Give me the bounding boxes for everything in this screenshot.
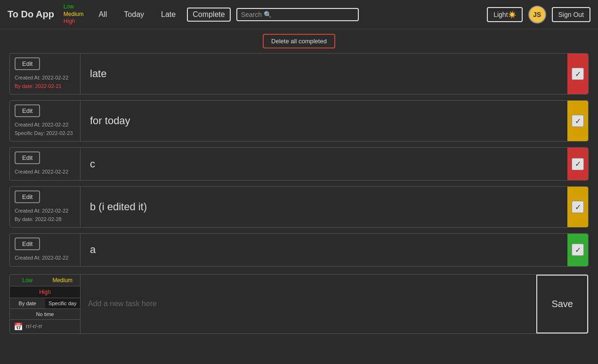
task-item: Edit Created At: 2022-02-22 By date: 202… [9,53,589,95]
task-checkbox-5[interactable]: ✓ [572,244,584,256]
priority-high-label: High [64,18,84,25]
task-meta-4: Created At: 2022-02-22 By date: 2022-02-… [15,207,68,223]
created-at-4: Created At: 2022-02-22 [15,207,68,215]
nav-complete-button[interactable]: Complete [187,8,230,22]
task-left-2: Edit Created At: 2022-02-22 Specific Day… [10,101,81,141]
delete-completed-button[interactable]: Delete all completed [263,34,335,48]
task-title-1: late [90,68,106,80]
task-checkbox-3[interactable]: ✓ [572,158,584,170]
light-mode-button[interactable]: Light☀️ [487,7,522,22]
edit-button-5[interactable]: Edit [15,237,40,250]
signout-button[interactable]: Sign Out [552,7,590,22]
task-check-area-3: ✓ [567,148,588,180]
task-checkbox-4[interactable]: ✓ [572,201,584,213]
task-left-3: Edit Created At: 2022-02-22 [10,148,81,180]
priority-medium-label: Medium [64,11,84,18]
task-item-2: Edit Created At: 2022-02-22 Specific Day… [9,100,589,142]
priority-high-row: High [10,286,80,298]
priority-low-label: Low [64,3,84,11]
task-left-4: Edit Created At: 2022-02-22 By date: 202… [10,187,81,227]
task-content-1: late [81,54,567,94]
task-content-4: b (i edited it) [81,187,567,227]
nav-all-button[interactable]: All [93,8,113,21]
created-at-3: Created At: 2022-02-22 [15,168,68,176]
date-display: rr/-r/-rr [26,323,42,330]
created-at-1: Created At: 2022-02-22 [15,74,68,82]
task-meta-2: Created At: 2022-02-22 Specific Day: 202… [15,121,73,137]
task-meta-5: Created At: 2022-02-22 [15,254,68,262]
edit-button-4[interactable]: Edit [15,190,40,203]
task-checkbox-1[interactable]: ✓ [572,68,584,80]
task-left-1: Edit Created At: 2022-02-22 By date: 202… [10,54,81,94]
task-check-area-2: ✓ [567,101,588,141]
edit-button-2[interactable]: Edit [15,104,40,117]
avatar: JS [528,6,546,24]
priority-high-option[interactable]: High [10,286,80,298]
header: To Do App Low Medium High All Today Late… [0,0,598,29]
task-meta-1: Created At: 2022-02-22 By date: 2022-02-… [15,74,68,90]
task-title-3: c [90,158,95,170]
search-input[interactable] [241,11,354,18]
task-check-area-4: ✓ [567,187,588,227]
search-container [236,8,359,21]
nav-late-button[interactable]: Late [155,8,181,21]
created-at-5: Created At: 2022-02-22 [15,254,68,262]
add-task-form: Low Medium High By date Specific day No … [9,274,589,334]
task-content-2: for today [81,101,567,141]
time-notime-option[interactable]: No time [10,309,80,319]
task-item-5: Edit Created At: 2022-02-22 a ✓ [9,233,589,267]
task-check-area-5: ✓ [567,234,588,266]
task-title-2: for today [90,115,130,127]
main-content: Delete all completed Edit Created At: 20… [0,29,598,339]
priority-legend: Low Medium High [64,3,84,25]
by-date-1: By date: 2022-02-21 [15,82,68,91]
task-title-4: b (i edited it) [90,201,147,213]
add-task-left: Low Medium High By date Specific day No … [10,275,81,333]
priority-low-option[interactable]: Low [10,275,45,286]
task-check-area-1: ✓ [567,54,588,94]
specific-day-2: Specific Day: 2022-02-23 [15,129,73,138]
date-row: 📅 rr/-r/-rr [10,320,80,333]
task-title-5: a [90,244,96,256]
save-button[interactable]: Save [536,275,588,333]
task-meta-3: Created At: 2022-02-22 [15,168,68,176]
task-content-3: c [81,148,567,180]
time-bydate-option[interactable]: By date [10,298,45,309]
edit-button-3[interactable]: Edit [15,151,40,164]
calendar-icon[interactable]: 📅 [14,322,23,331]
created-at-2: Created At: 2022-02-22 [15,121,73,129]
task-item-3: Edit Created At: 2022-02-22 c ✓ [9,147,589,181]
priority-medium-option[interactable]: Medium [45,275,81,286]
edit-button-1[interactable]: Edit [15,57,40,70]
time-specificday-option[interactable]: Specific day [45,298,81,309]
app-title: To Do App [8,9,54,20]
priority-selector-row: Low Medium [10,275,80,286]
by-date-4: By date: 2022-02-28 [15,215,68,224]
task-item-4: Edit Created At: 2022-02-22 By date: 202… [9,186,589,228]
task-checkbox-2[interactable]: ✓ [572,115,584,127]
task-left-5: Edit Created At: 2022-02-22 [10,234,81,266]
time-selector-row: By date Specific day [10,298,80,309]
add-task-input[interactable] [88,279,529,329]
task-content-5: a [81,234,567,266]
time-notime-row: No time [10,309,80,320]
nav-today-button[interactable]: Today [118,8,150,21]
add-task-input-area [81,275,536,333]
